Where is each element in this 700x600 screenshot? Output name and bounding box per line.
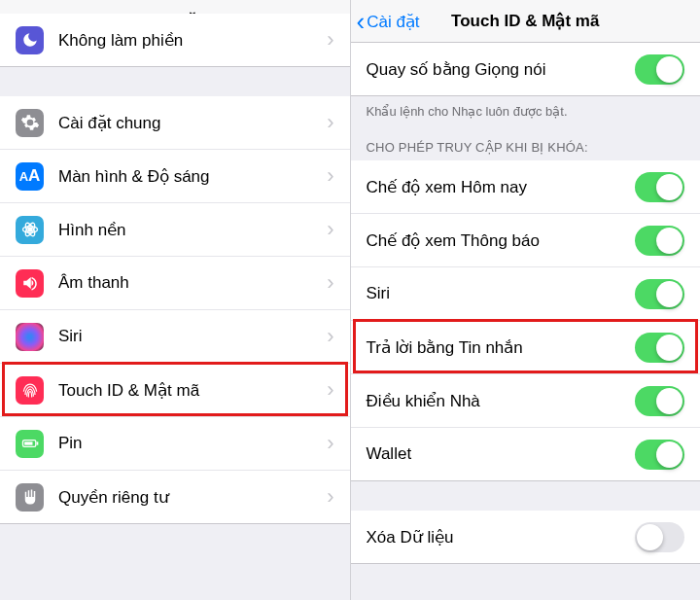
row-label: Quay số bằng Giọng nói bbox=[367, 59, 636, 80]
toggle-voice-dial[interactable] bbox=[635, 54, 684, 85]
group-gap bbox=[351, 481, 701, 511]
toggle-wallet[interactable] bbox=[635, 440, 684, 470]
row-label: Wallet bbox=[367, 444, 636, 464]
battery-icon bbox=[16, 430, 44, 458]
header-right: ‹ Cài đặt Touch ID & Mật mã bbox=[351, 0, 701, 43]
row-siri[interactable]: Siri › bbox=[0, 310, 350, 364]
touchid-detail-pane: ‹ Cài đặt Touch ID & Mật mã Quay số bằng… bbox=[351, 0, 701, 600]
toggle-today[interactable] bbox=[635, 172, 684, 202]
section-header: CHO PHÉP TRUY CẬP KHI BỊ KHÓA: bbox=[351, 124, 701, 160]
chevron-right-icon: › bbox=[327, 27, 333, 53]
svg-point-0 bbox=[27, 227, 32, 231]
hand-icon bbox=[16, 483, 44, 512]
row-label: Siri bbox=[367, 284, 636, 303]
row-voice-dial[interactable]: Quay số bằng Giọng nói bbox=[351, 43, 701, 96]
footer-text: Khẩu lệnh cho Nhạc luôn được bật. bbox=[351, 96, 701, 124]
row-home-control[interactable]: Điều khiển Nhà bbox=[351, 374, 701, 428]
row-dnd[interactable]: Không làm phiền › bbox=[0, 14, 350, 67]
row-label: Chế độ xem Thông báo bbox=[367, 230, 636, 251]
fingerprint-icon bbox=[16, 376, 44, 405]
row-general[interactable]: Cài đặt chung › bbox=[0, 96, 350, 150]
row-display[interactable]: AA Màn hình & Độ sáng › bbox=[0, 150, 350, 203]
row-label: Xóa Dữ liệu bbox=[367, 527, 636, 547]
speaker-icon bbox=[16, 269, 44, 298]
row-battery[interactable]: Pin › bbox=[0, 417, 350, 471]
row-sound[interactable]: Âm thanh › bbox=[0, 257, 350, 310]
siri-icon bbox=[16, 323, 44, 351]
group-gap bbox=[0, 67, 350, 96]
row-label: Siri bbox=[58, 327, 327, 346]
row-privacy[interactable]: Quyền riêng tư › bbox=[0, 471, 350, 524]
row-touchid[interactable]: Touch ID & Mật mã › bbox=[0, 364, 350, 417]
text-size-icon: AA bbox=[16, 162, 44, 191]
svg-rect-6 bbox=[24, 441, 32, 444]
row-label: Quyền riêng tư bbox=[58, 487, 327, 508]
gear-icon bbox=[16, 109, 44, 137]
header-title: Touch ID & Mật mã bbox=[451, 11, 599, 31]
moon-icon bbox=[16, 26, 44, 54]
row-label: Hình nền bbox=[58, 220, 327, 240]
row-label: Pin bbox=[58, 434, 327, 453]
chevron-right-icon: › bbox=[327, 431, 333, 456]
row-today-view[interactable]: Chế độ xem Hôm nay bbox=[351, 160, 701, 214]
chevron-right-icon: › bbox=[327, 484, 333, 510]
row-label: Âm thanh bbox=[58, 273, 327, 293]
toggle-siri[interactable] bbox=[635, 279, 684, 309]
back-label: Cài đặt bbox=[367, 12, 419, 32]
svg-rect-5 bbox=[36, 441, 38, 444]
row-label: Màn hình & Độ sáng bbox=[58, 166, 327, 187]
toggle-notifications[interactable] bbox=[635, 226, 684, 256]
row-label: Điều khiển Nhà bbox=[367, 391, 636, 411]
chevron-right-icon: › bbox=[327, 324, 333, 349]
toggle-home[interactable] bbox=[635, 386, 684, 416]
row-label: Trả lời bằng Tin nhắn bbox=[367, 337, 636, 358]
row-notifications-view[interactable]: Chế độ xem Thông báo bbox=[351, 214, 701, 267]
row-siri-access[interactable]: Siri bbox=[351, 267, 701, 321]
chevron-right-icon: › bbox=[327, 217, 333, 242]
chevron-left-icon: ‹ bbox=[357, 9, 366, 34]
row-label: Chế độ xem Hôm nay bbox=[367, 177, 636, 197]
row-erase-data[interactable]: Xóa Dữ liệu bbox=[351, 511, 701, 564]
chevron-right-icon: › bbox=[327, 270, 333, 296]
chevron-right-icon: › bbox=[327, 377, 333, 403]
row-label: Touch ID & Mật mã bbox=[58, 380, 327, 401]
row-reply-message[interactable]: Trả lời bằng Tin nhắn bbox=[351, 321, 701, 374]
row-label: Cài đặt chung bbox=[58, 113, 327, 133]
flower-icon bbox=[16, 216, 44, 244]
toggle-erase[interactable] bbox=[635, 522, 684, 552]
row-label: Không làm phiền bbox=[58, 30, 327, 51]
toggle-reply-message[interactable] bbox=[635, 333, 684, 363]
row-wallet[interactable]: Wallet bbox=[351, 428, 701, 481]
back-button[interactable]: ‹ Cài đặt bbox=[357, 0, 420, 43]
row-wallpaper[interactable]: Hình nền › bbox=[0, 203, 350, 257]
chevron-right-icon: › bbox=[327, 163, 333, 189]
chevron-right-icon: › bbox=[327, 110, 333, 135]
settings-main-pane: Cài đặt Không làm phiền › bbox=[0, 0, 351, 600]
